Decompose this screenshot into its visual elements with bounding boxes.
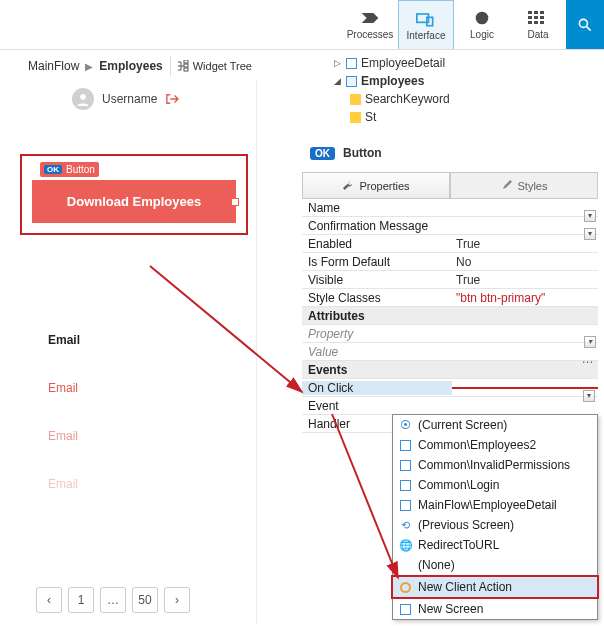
collapse-icon[interactable]: ◢ <box>332 76 342 86</box>
prop-is-form-default[interactable]: Is Form DefaultNo <box>302 253 598 271</box>
ellipsis-icon[interactable]: … <box>582 352 594 366</box>
crumb-root[interactable]: MainFlow <box>28 59 79 73</box>
table-row: Email <box>48 469 256 499</box>
ok-badge: OK <box>310 147 335 160</box>
selected-element-header: OK Button <box>302 140 598 166</box>
globe-icon: 🌐 <box>399 539 412 552</box>
back-icon: ⦿ <box>399 419 412 432</box>
prop-name[interactable]: Name▾ <box>302 199 598 217</box>
processes-icon <box>360 9 380 27</box>
menu-item-redirect[interactable]: 🌐RedirectToURL <box>393 535 597 555</box>
svg-rect-5 <box>534 11 538 14</box>
svg-rect-10 <box>528 21 532 24</box>
dropdown-icon[interactable]: ▾ <box>584 336 596 348</box>
pager-next[interactable]: › <box>164 587 190 613</box>
tab-styles[interactable]: Styles <box>450 172 598 198</box>
prop-event[interactable]: Event <box>302 397 598 415</box>
property-grid: Name▾ Confirmation Message▾ EnabledTrue … <box>302 198 598 433</box>
menu-label: (Current Screen) <box>418 418 507 432</box>
tab-label: Logic <box>470 29 494 40</box>
prop-visible[interactable]: VisibleTrue <box>302 271 598 289</box>
prop-enabled[interactable]: EnabledTrue <box>302 235 598 253</box>
tab-label: Styles <box>518 180 548 192</box>
tree-label: Employees <box>361 74 424 88</box>
tree-label: St <box>365 110 376 124</box>
svg-line-20 <box>332 414 398 578</box>
svg-rect-9 <box>540 16 544 19</box>
ok-badge-small: OK <box>44 165 62 174</box>
tree-node-searchkeyword[interactable]: SearchKeyword <box>302 90 598 108</box>
pager-page-1[interactable]: 1 <box>68 587 94 613</box>
menu-item-invalidpermissions[interactable]: Common\InvalidPermissions <box>393 455 597 475</box>
svg-rect-7 <box>528 16 532 19</box>
menu-item-new-screen[interactable]: New Screen <box>393 599 597 619</box>
wrench-icon <box>342 180 353 191</box>
crumb-current[interactable]: Employees <box>99 59 162 73</box>
tab-properties[interactable]: Properties <box>302 172 450 198</box>
avatar-icon <box>72 88 94 110</box>
pager-page-50[interactable]: 50 <box>132 587 158 613</box>
blank-icon <box>399 559 412 572</box>
email-column: Email Email Email Email <box>12 325 256 499</box>
tab-interface[interactable]: Interface <box>398 0 454 49</box>
username-label: Username <box>102 92 157 106</box>
brush-icon <box>501 180 512 191</box>
tab-search[interactable] <box>566 0 604 49</box>
svg-rect-17 <box>184 68 188 71</box>
property-tabs: Properties Styles <box>302 172 598 198</box>
variable-icon <box>350 112 361 123</box>
menu-label: Common\Employees2 <box>418 438 536 452</box>
menu-label: New Client Action <box>418 580 512 594</box>
tree-node-partial[interactable]: St <box>302 108 598 126</box>
screen-icon <box>400 460 411 471</box>
design-canvas: Username OK Button Download Employees Em… <box>12 80 257 625</box>
tree-node-employees[interactable]: ◢Employees <box>302 72 598 90</box>
prop-on-click[interactable]: On Click▾ <box>302 379 598 397</box>
menu-item-none[interactable]: (None) <box>393 555 597 575</box>
menu-item-employees2[interactable]: Common\Employees2 <box>393 435 597 455</box>
expand-icon[interactable]: ▷ <box>332 58 342 68</box>
dropdown-icon[interactable]: ▾ <box>583 390 595 402</box>
selected-widget-frame: OK Button Download Employees <box>20 154 248 235</box>
svg-marker-0 <box>362 13 379 23</box>
logout-icon[interactable] <box>165 93 179 105</box>
prop-style-classes[interactable]: Style Classes"btn btn-primary" <box>302 289 598 307</box>
menu-label: Common\Login <box>418 478 499 492</box>
svg-rect-8 <box>534 16 538 19</box>
menu-item-employeedetail[interactable]: MainFlow\EmployeeDetail <box>393 495 597 515</box>
menu-label: Common\InvalidPermissions <box>418 458 570 472</box>
prop-group-attributes: Attributes <box>302 307 598 325</box>
screen-icon <box>346 76 357 87</box>
menu-item-current-screen[interactable]: ⦿(Current Screen) <box>393 415 597 435</box>
menu-label: (Previous Screen) <box>418 518 514 532</box>
svg-rect-6 <box>540 11 544 14</box>
menu-item-login[interactable]: Common\Login <box>393 475 597 495</box>
menu-item-new-client-action[interactable]: New Client Action <box>393 577 597 597</box>
tree-node-employeedetail[interactable]: ▷EmployeeDetail <box>302 54 598 72</box>
dropdown-icon[interactable]: ▾ <box>584 210 596 222</box>
pager: ‹ 1 … 50 › <box>36 587 190 613</box>
widget-tree-label: Widget Tree <box>193 60 252 72</box>
widget-tree-button[interactable]: Widget Tree <box>170 56 258 76</box>
interface-icon <box>416 10 436 28</box>
pager-dots: … <box>100 587 126 613</box>
tab-processes[interactable]: Processes <box>342 0 398 49</box>
prop-property-placeholder[interactable]: Property▾ <box>302 325 598 343</box>
download-employees-button[interactable]: Download Employees <box>32 180 236 223</box>
menu-label: RedirectToURL <box>418 538 499 552</box>
tab-logic[interactable]: Logic <box>454 0 510 49</box>
breadcrumb[interactable]: MainFlow ▶ Employees <box>0 59 163 73</box>
screen-icon <box>400 500 411 511</box>
prop-value-placeholder[interactable]: Value… <box>302 343 598 361</box>
selected-element-title: Button <box>343 146 382 160</box>
tab-data[interactable]: Data <box>510 0 566 49</box>
svg-rect-4 <box>528 11 532 14</box>
tree-label: SearchKeyword <box>365 92 450 106</box>
menu-item-previous-screen[interactable]: ⟲(Previous Screen) <box>393 515 597 535</box>
tab-label: Interface <box>407 30 446 41</box>
logic-icon <box>472 9 492 27</box>
prop-confirmation[interactable]: Confirmation Message▾ <box>302 217 598 235</box>
svg-point-18 <box>80 94 86 100</box>
onclick-dropdown-menu: ⦿(Current Screen) Common\Employees2 Comm… <box>392 414 598 620</box>
pager-prev[interactable]: ‹ <box>36 587 62 613</box>
